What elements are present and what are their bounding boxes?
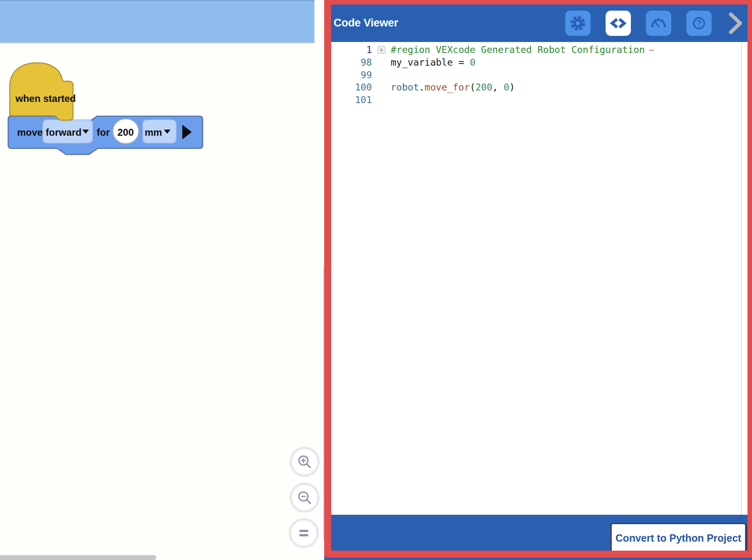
blocks-canvas: move forward for 200 mm when started [0, 0, 245, 171]
code-viewer-footer: Convert to Python Project [324, 515, 752, 560]
gauge-icon [649, 13, 668, 33]
help-icon: ? [689, 13, 709, 33]
move-block[interactable]: move forward for 200 mm [8, 116, 203, 154]
zoom-in-button[interactable] [290, 447, 320, 477]
code-text: robot.move_for(200, 0) [391, 82, 515, 93]
distance-input[interactable]: 200 [113, 119, 139, 143]
when-started-block[interactable]: when started [10, 63, 76, 120]
code-line: 100robot.move_for(200, 0) [324, 81, 752, 94]
code-viewer-header: Code Viewer [324, 0, 752, 42]
block-workspace: move forward for 200 mm when started [0, 0, 324, 560]
code-line: 98my_variable = 0 [324, 56, 752, 69]
code-area: 1+#region VEXcode Generated Robot Config… [324, 42, 752, 515]
direction-dropdown[interactable]: forward [43, 120, 93, 143]
folded-code-ellipsis[interactable]: ⋯ [649, 45, 655, 55]
unit-dropdown[interactable]: mm [143, 120, 176, 143]
scroll-track-divider [741, 42, 742, 515]
line-number: 101 [324, 95, 372, 105]
line-number: 99 [324, 70, 372, 80]
code-viewer-panel: Code Viewer [324, 0, 752, 560]
help-button[interactable]: ? [686, 11, 712, 36]
code-view-button[interactable] [606, 11, 631, 36]
unit-value: mm [145, 127, 162, 138]
code-line: 99 [324, 68, 752, 81]
line-number: 1 [324, 44, 372, 55]
zoom-out-button[interactable] [290, 483, 320, 513]
settings-button[interactable] [565, 11, 591, 36]
magnifier-plus-icon [296, 453, 313, 470]
horizontal-scrollbar[interactable] [0, 555, 156, 560]
line-number: 100 [324, 82, 372, 93]
code-line: 101 [324, 94, 752, 106]
line-number: 98 [324, 57, 372, 68]
code-icon [609, 14, 627, 32]
code-viewer-title: Code Viewer [334, 17, 398, 29]
when-started-label: when started [15, 93, 76, 104]
gear-icon [568, 13, 588, 33]
code-text: my_variable = 0 [391, 57, 476, 68]
move-label: move [17, 127, 43, 138]
chevron-right-icon [727, 11, 744, 36]
code-lines: 1+#region VEXcode Generated Robot Config… [324, 44, 752, 106]
for-label: for [97, 127, 110, 138]
collapse-panel-button[interactable] [727, 11, 744, 36]
direction-value: forward [46, 127, 82, 138]
zoom-reset-button[interactable] [289, 518, 319, 548]
magnifier-minus-icon [296, 489, 313, 506]
equals-icon [295, 525, 312, 542]
dashboard-button[interactable] [646, 11, 671, 36]
code-line: 1+#region VEXcode Generated Robot Config… [324, 44, 752, 56]
svg-text:?: ? [697, 19, 701, 28]
convert-to-python-button[interactable]: Convert to Python Project [610, 523, 746, 553]
fold-toggle-icon[interactable]: + [378, 46, 385, 54]
code-text: #region VEXcode Generated Robot Configur… [391, 44, 655, 55]
distance-value: 200 [117, 127, 134, 138]
